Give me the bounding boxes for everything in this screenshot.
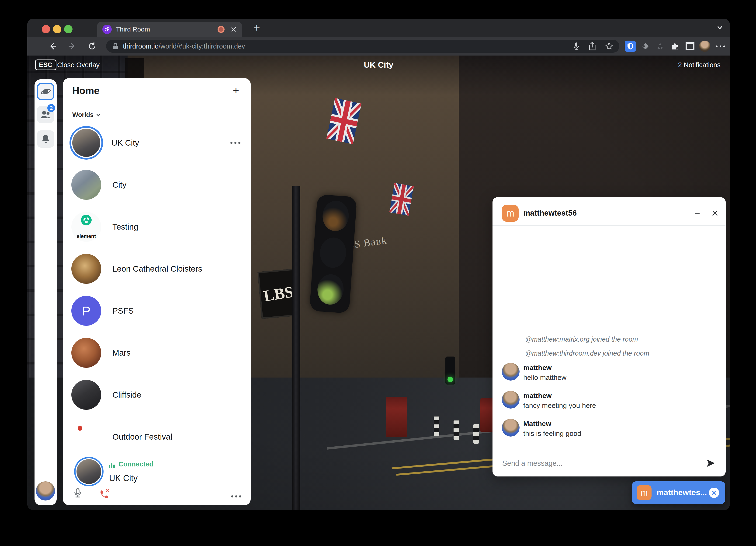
browser-tab[interactable]: Third Room [97,22,242,37]
world-avatar-initial: P [71,296,101,326]
message-avatar [502,419,520,437]
minimize-icon [694,210,700,216]
forward-button[interactable] [66,40,78,52]
user-avatar[interactable] [36,481,55,501]
notifications-button[interactable] [37,130,54,148]
world-name: Outdoor Festival [112,432,251,442]
room-options-button[interactable] [229,489,243,503]
member-pill-close-button[interactable] [709,488,719,498]
chat-message-input[interactable] [502,454,689,473]
member-name: matthewtes... [657,488,707,497]
world-avatar-initial [71,170,101,200]
hangup-call-button[interactable] [97,486,111,500]
world-avatar-initial [71,380,101,410]
extensions-puzzle-icon[interactable] [669,41,680,52]
address-bar[interactable]: thirdroom.io/world/#uk-city:thirdroom.de… [106,40,619,53]
extension-recycle-icon[interactable] [655,41,666,52]
chat-title: matthewtest56 [523,208,577,217]
tab-search-chevron-icon[interactable] [716,25,724,32]
notifications-count[interactable]: 2 Notifications [678,61,721,69]
bitwarden-extension-icon[interactable] [625,41,636,52]
new-tab-button[interactable]: + [249,20,264,35]
world-name: City [112,180,251,189]
message-sender: matthew [523,392,552,400]
browser-profile-avatar[interactable] [699,41,710,52]
world-list-item[interactable]: Mars [63,332,251,374]
world-avatar [71,254,101,284]
home-worlds-button[interactable] [37,83,54,100]
connection-status: Connected [109,460,153,468]
navigation-rail: 2 [35,79,57,505]
message-avatar [502,391,520,409]
world-name: UK City [111,138,230,147]
world-list-item[interactable]: P PSFS [63,290,251,332]
browser-toolbar: thirdroom.io/world/#uk-city:thirdroom.de… [27,37,730,55]
worlds-section-toggle[interactable]: Worlds [72,111,101,118]
chat-minimize-button[interactable] [691,207,703,219]
close-icon [712,491,716,495]
panel-title: Home [72,85,100,96]
bell-icon [41,134,50,144]
tab-recording-indicator-icon [218,26,225,33]
message-text: fancy meeting you here [523,402,596,410]
world-name: Testing [112,222,251,231]
world-avatar [71,422,101,451]
bookmark-star-icon[interactable] [605,42,613,50]
create-world-button[interactable]: + [229,83,243,97]
friends-badge: 2 [47,104,55,112]
world-name: Cliffside [112,390,251,400]
world-avatar-initial [72,129,100,157]
tab-title: Third Room [116,26,218,33]
tab-close-icon[interactable] [231,26,237,32]
message-sender: matthew [523,364,552,372]
world-avatar-text: element [71,233,101,239]
macos-close-button[interactable] [42,25,50,33]
world-options-button[interactable] [230,142,240,144]
chat-window: m matthewtest56 @matthew:matrix.org join… [492,197,726,477]
world-list-item[interactable]: Leon Cathedral Cloisters [63,248,251,290]
world-title: UK City [27,60,730,69]
chat-close-button[interactable] [709,207,721,219]
macos-zoom-button[interactable] [64,25,73,33]
url-path: /world/#uk-city:thirdroom.dev [159,42,245,50]
send-icon [706,459,715,467]
reload-button[interactable] [86,40,98,52]
voice-search-icon[interactable] [573,42,580,50]
world-list-item[interactable]: element Testing [63,206,251,248]
member-avatar: m [637,485,652,500]
browser-window: Third Room + thirdroom.io/world/#uk-city… [27,19,730,510]
world-list-item[interactable]: Outdoor Festival [63,416,251,451]
macos-minimize-button[interactable] [53,25,61,33]
divider [63,451,251,451]
worlds-list: UK City City element Testing Leon Cathed… [63,125,251,451]
microphone-icon [74,488,81,498]
extension-diamond-icon[interactable] [640,41,651,52]
world-avatar-initial [71,338,101,368]
world-avatar-initial [71,422,101,451]
chat-avatar: m [502,205,519,222]
message-text: hello matthew [523,374,566,382]
world-avatar [71,380,101,410]
world-avatar [71,170,101,200]
divider [63,110,251,110]
message-text: this is feeling good [523,430,581,438]
world-name: PSFS [112,306,251,316]
world-avatar [71,338,101,368]
world-list-item[interactable]: Cliffside [63,374,251,416]
world-list-item[interactable]: City [63,164,251,206]
share-icon[interactable] [589,42,596,50]
send-message-button[interactable] [704,457,717,470]
back-button[interactable] [46,40,59,52]
world-name: Mars [112,348,251,358]
member-pill[interactable]: m matthewtes... [632,481,725,504]
worlds-panel: Home + Worlds UK City City element Testi… [63,78,251,505]
browser-menu-icon[interactable] [715,41,726,52]
world-list-item[interactable]: UK City [63,125,251,164]
divider [492,225,726,225]
lock-icon [112,42,119,50]
url-text: thirdroom.io/world/#uk-city:thirdroom.de… [123,42,564,50]
microphone-button[interactable] [71,486,85,500]
world-avatar [72,129,100,157]
thirdroom-favicon-icon [102,25,112,34]
sidebar-toggle-icon[interactable] [684,41,696,52]
